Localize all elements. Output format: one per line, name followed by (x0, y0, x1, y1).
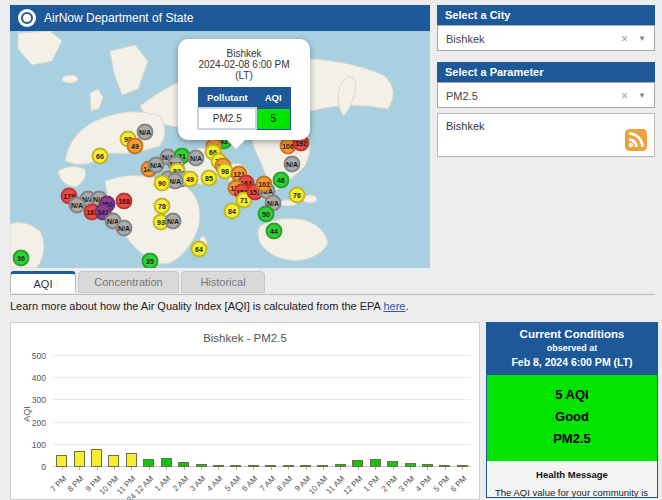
aqi-marker[interactable]: 168 (116, 193, 133, 210)
popup-timezone: (LT) (183, 70, 305, 81)
tab-bar: AQI Concentration Historical (10, 271, 655, 295)
aqi-marker[interactable]: 64 (191, 241, 208, 258)
chart-x-tickmark (218, 467, 219, 470)
chart-x-tickmark (114, 467, 115, 470)
aqi-marker[interactable]: N/A (165, 213, 182, 230)
aqi-info-after: . (405, 300, 408, 312)
chart-x-tickmark (393, 467, 394, 470)
chart-x-tickmark (184, 467, 185, 470)
aqi-marker[interactable]: 36 (13, 250, 30, 267)
parameter-panel-header: Select a Parameter (437, 62, 655, 82)
current-aqi-category: Good (487, 406, 657, 428)
chart-x-tickmark (166, 467, 167, 470)
chart-title: Bishkek - PM2.5 (11, 332, 479, 344)
parameter-caret-icon[interactable]: ▼ (638, 83, 646, 109)
parameter-select[interactable]: PM2.5 × ▼ (437, 82, 655, 108)
aqi-marker[interactable]: 84 (224, 203, 241, 220)
health-message-header: Health Message (487, 461, 657, 483)
parameter-select-value: PM2.5 (446, 90, 478, 102)
chart-x-tickmark (358, 467, 359, 470)
current-conditions-header: Current Conditions observed at Feb 8, 20… (487, 323, 657, 375)
tab-concentration[interactable]: Concentration (78, 271, 179, 293)
chart-bar (126, 453, 137, 467)
tab-aqi[interactable]: AQI (10, 271, 76, 293)
city-clear-icon[interactable]: × (621, 26, 628, 52)
aqi-marker[interactable]: 66 (92, 148, 109, 165)
popup-aqi-header: AQI (256, 88, 290, 109)
popup-pollutant-value: PM2.5 (198, 108, 256, 129)
chart-x-tickmark (236, 467, 237, 470)
aqi-marker[interactable]: N/A (188, 150, 205, 167)
chart-gridline (53, 444, 471, 445)
city-select-value: Bishkek (446, 33, 485, 45)
chart-gridline (53, 355, 471, 356)
chart-bar (143, 459, 154, 467)
chart-bar (91, 449, 102, 467)
aqi-marker[interactable]: 78 (154, 198, 171, 215)
aqi-info-before: Learn more about how the Air Quality Ind… (10, 300, 383, 312)
chart-x-tickmark (253, 467, 254, 470)
chart-x-tickmark (445, 467, 446, 470)
chart-bar (161, 458, 172, 467)
chart-gridline (53, 377, 471, 378)
feed-panel: Bishkek (437, 113, 655, 157)
aqi-marker[interactable]: 49 (182, 171, 199, 188)
popup-aqi-value: 5 (256, 108, 290, 129)
chart-y-tick-label: 200 (32, 418, 46, 428)
chart-y-tick-label: 0 (41, 462, 46, 472)
popup-table: Pollutant AQI PM2.5 5 (197, 87, 290, 130)
chart-x-tickmark (131, 467, 132, 470)
parameter-panel: Select a Parameter PM2.5 × ▼ (437, 62, 655, 108)
chart-x-tickmark (375, 467, 376, 470)
aqi-marker[interactable]: N/A (284, 156, 301, 173)
aqi-marker[interactable]: 85 (201, 170, 218, 187)
current-conditions-panel: Current Conditions observed at Feb 8, 20… (486, 322, 658, 498)
rss-icon[interactable] (625, 129, 647, 151)
health-message-body: The AQI value for your community is betw… (487, 483, 657, 498)
aqi-marker[interactable]: 44 (266, 223, 283, 240)
chart-x-tickmark (97, 467, 98, 470)
current-conditions-title: Current Conditions (491, 328, 653, 340)
chart-bar (108, 455, 119, 467)
city-select[interactable]: Bishkek × ▼ (437, 25, 655, 51)
chart-y-tick-label: 300 (32, 395, 46, 405)
chart-x-tickmark (462, 467, 463, 470)
chart-bar (370, 459, 381, 467)
aqi-chart-panel: Bishkek - PM2.5 AQI 01002003004005007 PM… (10, 322, 480, 500)
chart-y-tick-label: 100 (32, 440, 46, 450)
aqi-marker[interactable]: 102 (256, 176, 273, 193)
chart-x-tickmark (271, 467, 272, 470)
tab-historical[interactable]: Historical (181, 271, 265, 293)
aqi-info-text: Learn more about how the Air Quality Ind… (10, 300, 408, 312)
chart-x-tickmark (201, 467, 202, 470)
city-panel: Select a City Bishkek × ▼ (437, 5, 655, 51)
city-caret-icon[interactable]: ▼ (638, 26, 646, 52)
aqi-marker[interactable]: N/A (116, 220, 133, 237)
epa-here-link[interactable]: here (383, 300, 405, 312)
map-popup: Bishkek 2024-02-08 6:00 PM (LT) Pollutan… (178, 39, 310, 140)
aqi-marker[interactable]: 35 (142, 253, 159, 269)
chart-bar (352, 460, 363, 467)
aqi-marker[interactable]: 49 (127, 138, 144, 155)
aqi-marker[interactable]: 90 (154, 175, 171, 192)
feed-city-label: Bishkek (446, 120, 485, 132)
current-aqi-block: 5 AQI Good PM2.5 (487, 375, 657, 461)
chart-x-tickmark (306, 467, 307, 470)
parameter-clear-icon[interactable]: × (621, 83, 628, 109)
app-header: AirNow Department of State (10, 5, 430, 31)
chart-plot-area: 01002003004005007 PM8 PM9 PM10 PM11 PM2/… (53, 356, 471, 467)
chart-gridline (53, 422, 471, 423)
current-aqi-value: 5 AQI (487, 384, 657, 406)
chart-x-tickmark (288, 467, 289, 470)
current-aqi-parameter: PM2.5 (487, 428, 657, 450)
world-map[interactable]: N/A984966146N/AN/A31N/AN/A82N/AN/A49N/A9… (10, 31, 430, 268)
chart-bar (56, 455, 67, 467)
chart-y-tick-label: 400 (32, 373, 46, 383)
city-panel-header: Select a City (437, 5, 655, 25)
aqi-marker[interactable]: 76 (289, 187, 306, 204)
chart-x-tickmark (340, 467, 341, 470)
chart-x-tickmark (427, 467, 428, 470)
aqi-marker[interactable]: 46 (273, 172, 290, 189)
popup-pollutant-header: Pollutant (198, 88, 256, 109)
aqi-marker[interactable]: 50 (258, 206, 275, 223)
